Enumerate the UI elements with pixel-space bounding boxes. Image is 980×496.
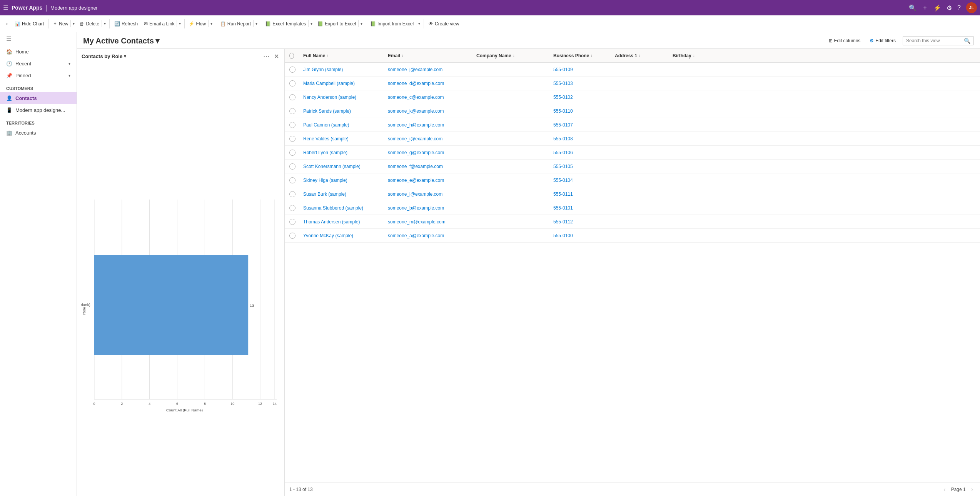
cell-full-name-4[interactable]: Paul Cannon (sample): [299, 119, 383, 131]
add-icon[interactable]: ＋: [922, 4, 928, 12]
cell-phone-6[interactable]: 555-0106: [549, 147, 610, 158]
row-circle-2[interactable]: [289, 94, 296, 100]
next-page-button[interactable]: ›: [969, 485, 975, 494]
cell-phone-0[interactable]: 555-0109: [549, 64, 610, 75]
search-icon[interactable]: 🔍: [909, 4, 917, 12]
sidebar-hamburger[interactable]: ☰: [0, 32, 18, 46]
search-view-box[interactable]: 🔍: [903, 36, 974, 45]
row-checkbox-9[interactable]: [285, 188, 299, 200]
cell-email-2[interactable]: someone_c@example.com: [383, 92, 472, 103]
create-view-button[interactable]: 👁 Create view: [426, 20, 462, 28]
row-checkbox-6[interactable]: [285, 146, 299, 159]
import-excel-button-group[interactable]: 📗 Import from Excel ▾: [368, 20, 422, 28]
export-excel-button[interactable]: 📗 Export to Excel: [315, 20, 358, 28]
row-checkbox-12[interactable]: [285, 230, 299, 242]
email-link-dropdown[interactable]: ▾: [177, 20, 183, 27]
row-checkbox-4[interactable]: [285, 119, 299, 131]
select-all-checkbox[interactable]: [285, 50, 299, 62]
sidebar-item-home[interactable]: 🏠 Home: [0, 46, 77, 58]
row-checkbox-8[interactable]: [285, 174, 299, 186]
cell-full-name-3[interactable]: Patrick Sands (sample): [299, 105, 383, 117]
cell-email-1[interactable]: someone_d@example.com: [383, 78, 472, 89]
row-circle-0[interactable]: [289, 67, 296, 73]
prev-page-button[interactable]: ‹: [941, 485, 948, 494]
sidebar-item-modern-app[interactable]: 📱 Modern app designe...: [0, 104, 77, 116]
row-circle-1[interactable]: [289, 80, 296, 87]
cell-full-name-2[interactable]: Nancy Anderson (sample): [299, 92, 383, 103]
header-address[interactable]: Address 1 ↕: [610, 50, 668, 62]
cell-full-name-7[interactable]: Scott Konersmann (sample): [299, 161, 383, 172]
excel-templates-button[interactable]: 📗 Excel Templates: [263, 20, 308, 28]
row-circle-10[interactable]: [289, 205, 296, 211]
cell-email-4[interactable]: someone_h@example.com: [383, 119, 472, 131]
import-excel-button[interactable]: 📗 Import from Excel: [368, 20, 416, 28]
cell-email-8[interactable]: someone_e@example.com: [383, 175, 472, 186]
back-button[interactable]: ‹: [3, 20, 11, 28]
search-view-input[interactable]: [906, 38, 964, 43]
hide-chart-button[interactable]: 📊 Hide Chart: [12, 20, 47, 28]
email-link-button[interactable]: ✉ Email a Link: [142, 20, 177, 28]
chart-more-options[interactable]: ⋯: [262, 52, 270, 61]
header-circle[interactable]: [289, 53, 294, 59]
cell-full-name-1[interactable]: Maria Campbell (sample): [299, 78, 383, 89]
cell-full-name-12[interactable]: Yvonne McKay (sample): [299, 230, 383, 241]
cell-phone-11[interactable]: 555-0112: [549, 216, 610, 228]
delete-dropdown[interactable]: ▾: [102, 20, 108, 27]
sidebar-item-pinned[interactable]: 📌 Pinned ▾: [0, 70, 77, 82]
refresh-button[interactable]: 🔄 Refresh: [111, 20, 141, 28]
row-circle-7[interactable]: [289, 163, 296, 170]
chart-close-button[interactable]: ✕: [273, 52, 280, 61]
cell-full-name-0[interactable]: Jim Glynn (sample): [299, 64, 383, 75]
sidebar-item-recent[interactable]: 🕐 Recent ▾: [0, 58, 77, 70]
sidebar-item-accounts[interactable]: 🏢 Accounts: [0, 127, 77, 139]
flow-button-group[interactable]: ⚡ Flow ▾: [186, 20, 214, 28]
row-checkbox-0[interactable]: [285, 63, 299, 76]
cell-email-12[interactable]: someone_a@example.com: [383, 230, 472, 241]
email-link-button-group[interactable]: ✉ Email a Link ▾: [142, 20, 183, 28]
header-email[interactable]: Email ↕: [383, 50, 472, 62]
header-company[interactable]: Company Name ↕: [472, 50, 549, 62]
row-checkbox-5[interactable]: [285, 133, 299, 145]
cell-phone-1[interactable]: 555-0103: [549, 78, 610, 89]
hamburger-menu[interactable]: ☰: [3, 4, 8, 12]
cell-phone-9[interactable]: 555-0111: [549, 188, 610, 200]
cell-phone-10[interactable]: 555-0101: [549, 202, 610, 214]
cell-full-name-10[interactable]: Susanna Stubberod (sample): [299, 202, 383, 214]
export-excel-dropdown[interactable]: ▾: [358, 20, 364, 27]
help-icon[interactable]: ?: [957, 4, 961, 11]
row-circle-11[interactable]: [289, 219, 296, 225]
row-circle-8[interactable]: [289, 177, 296, 183]
edit-filters-button[interactable]: ⚙ Edit filters: [867, 37, 898, 45]
cell-full-name-8[interactable]: Sidney Higa (sample): [299, 175, 383, 186]
new-button-group[interactable]: ＋ New ▾: [50, 19, 77, 28]
row-circle-4[interactable]: [289, 122, 296, 128]
run-report-button[interactable]: 📋 Run Report: [218, 20, 253, 28]
view-title-chevron[interactable]: ▾: [155, 36, 159, 45]
cell-email-3[interactable]: someone_k@example.com: [383, 105, 472, 117]
header-full-name[interactable]: Full Name ↑: [299, 50, 383, 62]
run-report-dropdown[interactable]: ▾: [253, 20, 259, 27]
cell-phone-12[interactable]: 555-0100: [549, 230, 610, 241]
cell-full-name-6[interactable]: Robert Lyon (sample): [299, 147, 383, 158]
flow-button[interactable]: ⚡ Flow: [186, 20, 208, 28]
sidebar-item-contacts[interactable]: 👤 Contacts: [0, 92, 77, 104]
excel-templates-button-group[interactable]: 📗 Excel Templates ▾: [263, 20, 314, 28]
row-checkbox-10[interactable]: [285, 202, 299, 214]
row-checkbox-3[interactable]: [285, 105, 299, 117]
flow-dropdown[interactable]: ▾: [208, 20, 214, 27]
cell-email-7[interactable]: someone_f@example.com: [383, 161, 472, 172]
delete-button-group[interactable]: 🗑 Delete ▾: [77, 20, 108, 28]
cell-full-name-5[interactable]: Rene Valdes (sample): [299, 133, 383, 145]
row-circle-5[interactable]: [289, 136, 296, 142]
row-checkbox-7[interactable]: [285, 160, 299, 173]
row-circle-6[interactable]: [289, 150, 296, 156]
new-button[interactable]: ＋ New: [50, 19, 70, 28]
row-checkbox-1[interactable]: [285, 77, 299, 90]
new-dropdown[interactable]: ▾: [70, 20, 77, 27]
cell-email-10[interactable]: someone_b@example.com: [383, 202, 472, 214]
row-circle-12[interactable]: [289, 233, 296, 239]
header-phone[interactable]: Business Phone ↕: [549, 50, 610, 62]
header-birthday[interactable]: Birthday ↕: [668, 50, 714, 62]
excel-templates-dropdown[interactable]: ▾: [308, 20, 314, 27]
cell-phone-5[interactable]: 555-0108: [549, 133, 610, 145]
